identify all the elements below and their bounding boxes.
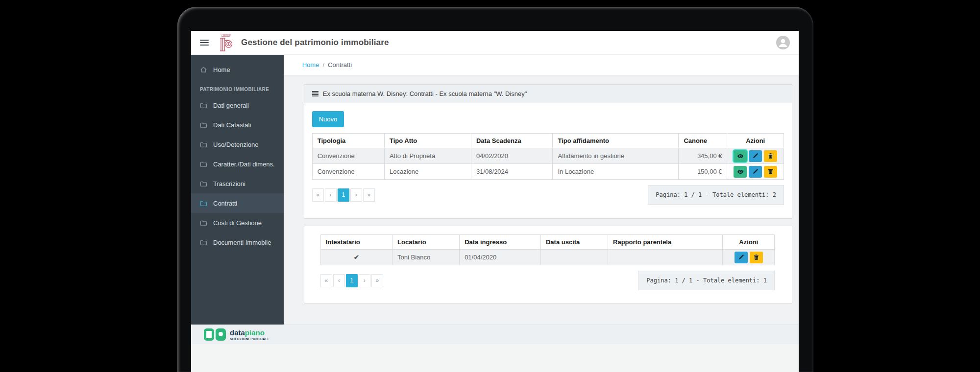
- tenants-pagination: « ‹ 1 › »: [320, 274, 383, 287]
- delete-button[interactable]: [750, 252, 763, 263]
- column-header: Azioni: [723, 235, 775, 250]
- column-header: Data Scadenza: [471, 134, 552, 148]
- page-next-button[interactable]: ›: [350, 188, 362, 202]
- cell-canone: 150,00 €: [679, 164, 727, 180]
- page-number-button[interactable]: 1: [346, 274, 358, 287]
- folder-icon: [200, 180, 207, 187]
- user-avatar[interactable]: [776, 36, 790, 49]
- page-first-button[interactable]: «: [312, 188, 324, 202]
- cell-tipo-atto: Locazione: [384, 164, 471, 180]
- column-header: Canone: [679, 134, 727, 148]
- datapiano-d-icon: [204, 328, 214, 341]
- tablet-frame: Patrimon Gestione del patrimonio immobil…: [177, 7, 813, 372]
- contracts-panel: Ex scuola materna W. Disney: Contratti -…: [304, 84, 792, 219]
- folder-icon: [200, 102, 207, 109]
- page-number-button[interactable]: 1: [338, 188, 349, 202]
- sidebar-item-dati-generali[interactable]: Dati generali: [191, 95, 284, 115]
- cell-rapporto-parentela: [608, 250, 723, 265]
- sidebar-item-contratti[interactable]: Contratti: [191, 193, 284, 213]
- table-row: Convenzione Atto di Proprietà 04/02/2020…: [312, 148, 784, 164]
- breadcrumb-current: Contratti: [328, 61, 352, 69]
- brand-tagline: SOLUZIONI PUNTUALI: [230, 337, 269, 341]
- view-button[interactable]: [734, 166, 747, 178]
- cell-tipologia: Convenzione: [312, 164, 384, 180]
- cell-intestatario-check-icon: ✔: [320, 250, 392, 265]
- folder-icon: [200, 141, 207, 148]
- contracts-panel-title: Ex scuola materna W. Disney: Contratti -…: [323, 90, 527, 97]
- column-header: Tipo Atto: [384, 134, 471, 148]
- cell-canone: 345,00 €: [679, 148, 727, 164]
- page-last-button[interactable]: »: [363, 188, 375, 202]
- content-area: Ex scuola materna W. Disney: Contratti -…: [284, 75, 799, 325]
- brand-data: data: [230, 328, 245, 337]
- sidebar: Home PATRIMONIO IMMOBILIARE Dati general…: [191, 55, 284, 325]
- page-title: Gestione del patrimonio immobiliare: [241, 38, 389, 47]
- breadcrumb-separator: /: [322, 61, 324, 69]
- sidebar-item-trascrizioni[interactable]: Trascrizioni: [191, 174, 284, 193]
- delete-button[interactable]: [764, 166, 777, 178]
- datapiano-logo: datapiano SOLUZIONI PUNTUALI: [204, 328, 269, 341]
- contracts-table: Tipologia Tipo Atto Data Scadenza Tipo a…: [312, 133, 784, 180]
- edit-button[interactable]: [735, 252, 748, 263]
- list-icon: [312, 91, 318, 96]
- table-row: ✔ Toni Bianco 01/04/2020: [320, 250, 774, 265]
- page-background: [191, 344, 799, 372]
- cell-data-scadenza: 31/08/2024: [471, 164, 552, 180]
- cell-locatario: Toni Bianco: [392, 250, 460, 265]
- page-prev-button[interactable]: ‹: [325, 188, 337, 202]
- cell-data-scadenza: 04/02/2020: [471, 148, 552, 164]
- new-contract-button[interactable]: Nuovo: [312, 111, 344, 127]
- column-header: Locatario: [392, 235, 460, 250]
- cell-tipo-atto: Atto di Proprietà: [384, 148, 471, 164]
- page-next-button[interactable]: ›: [359, 274, 370, 287]
- cell-tipo-affidamento: Affidamento in gestione: [553, 148, 679, 164]
- datapiano-p-icon: [216, 328, 226, 341]
- patrimonio-logo-icon: Patrimon: [216, 32, 234, 53]
- column-header: Tipo affidamento: [553, 134, 679, 148]
- app-footer: datapiano SOLUZIONI PUNTUALI: [191, 325, 799, 344]
- tenants-pagination-summary: Pagina: 1 / 1 - Totale elementi: 1: [638, 271, 775, 290]
- cell-tipologia: Convenzione: [312, 148, 384, 164]
- breadcrumb-home-link[interactable]: Home: [302, 61, 319, 69]
- cell-data-ingresso: 01/04/2020: [460, 250, 541, 265]
- contracts-pagination: « ‹ 1 › »: [312, 188, 375, 202]
- tenants-table-header-row: Intestatario Locatario Data ingresso Dat…: [320, 235, 774, 250]
- folder-icon: [200, 161, 207, 168]
- sidebar-item-costi-gestione[interactable]: Costi di Gestione: [191, 213, 284, 232]
- folder-icon: [200, 239, 207, 246]
- hamburger-menu-icon[interactable]: [200, 40, 209, 46]
- edit-button[interactable]: [749, 150, 762, 162]
- sidebar-item-caratteristiche[interactable]: Caratter./Dati dimens.: [191, 154, 284, 174]
- svg-text:Patrimon: Patrimon: [221, 33, 231, 36]
- brand-piano: piano: [245, 328, 265, 337]
- folder-icon: [200, 219, 207, 227]
- column-header: Intestatario: [320, 235, 392, 250]
- sidebar-item-dati-catastali[interactable]: Dati Catastali: [191, 115, 284, 135]
- person-icon: [776, 36, 790, 49]
- page-last-button[interactable]: »: [371, 274, 383, 287]
- view-button[interactable]: [734, 150, 747, 162]
- tenants-panel: Intestatario Locatario Data ingresso Dat…: [304, 226, 792, 303]
- tenants-table: Intestatario Locatario Data ingresso Dat…: [320, 234, 775, 265]
- page-first-button[interactable]: «: [320, 274, 332, 287]
- cell-tipo-affidamento: In Locazione: [553, 164, 679, 180]
- column-header: Azioni: [727, 134, 784, 148]
- column-header: Rapporto parentela: [608, 235, 723, 250]
- app-header: Patrimon Gestione del patrimonio immobil…: [191, 31, 799, 55]
- contracts-pagination-summary: Pagina: 1 / 1 - Totale elementi: 2: [648, 185, 784, 205]
- sidebar-item-documenti-immobile[interactable]: Documenti Immobile: [191, 232, 284, 252]
- breadcrumb: Home / Contratti: [284, 55, 799, 75]
- home-icon: [200, 66, 207, 73]
- sidebar-item-home[interactable]: Home: [191, 60, 284, 79]
- folder-icon: [200, 121, 207, 129]
- sidebar-item-uso-detenzione[interactable]: Uso/Detenzione: [191, 135, 284, 154]
- page-prev-button[interactable]: ‹: [333, 274, 345, 287]
- app-screen: Patrimon Gestione del patrimonio immobil…: [191, 31, 799, 372]
- column-header: Data uscita: [540, 235, 608, 250]
- contracts-panel-header: Ex scuola materna W. Disney: Contratti -…: [304, 85, 792, 103]
- cell-data-uscita: [540, 250, 608, 265]
- table-row: Convenzione Locazione 31/08/2024 In Loca…: [312, 164, 784, 180]
- edit-button[interactable]: [749, 166, 762, 178]
- delete-button[interactable]: [764, 150, 777, 162]
- contracts-table-header-row: Tipologia Tipo Atto Data Scadenza Tipo a…: [312, 134, 784, 148]
